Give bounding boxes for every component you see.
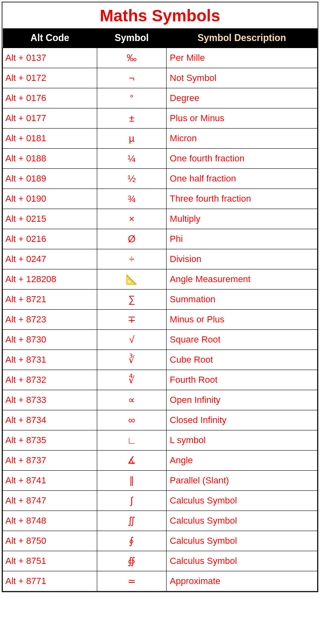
cell-alt-code: Alt + 8734 — [3, 410, 97, 430]
table-row: Alt + 8731∛Cube Root — [3, 350, 318, 370]
cell-symbol: ∮ — [97, 531, 167, 551]
table-row: Alt + 8732∜Fourth Root — [3, 370, 318, 390]
cell-symbol: ∝ — [97, 390, 167, 410]
cell-description: Parallel (Slant) — [166, 471, 317, 491]
cell-alt-code: Alt + 8737 — [3, 451, 97, 471]
cell-alt-code: Alt + 8733 — [3, 390, 97, 410]
page-title: Maths Symbols — [2, 2, 318, 28]
cell-description: Open Infinity — [166, 390, 317, 410]
cell-alt-code: Alt + 0177 — [3, 108, 97, 129]
table-header-row: Alt Code Symbol Symbol Description — [3, 28, 318, 48]
header-symbol: Symbol — [97, 28, 167, 48]
cell-alt-code: Alt + 0190 — [3, 189, 97, 209]
cell-description: Division — [166, 249, 317, 269]
table-row: Alt + 128208📐Angle Measurement — [3, 269, 318, 290]
cell-symbol: ∜ — [97, 370, 167, 390]
cell-description: Per Mille — [166, 48, 317, 68]
cell-description: Approximate — [166, 571, 317, 591]
table-body: Alt + 0137‰Per MilleAlt + 0172¬Not Symbo… — [3, 48, 318, 591]
table-row: Alt + 8737∡Angle — [3, 451, 318, 471]
cell-alt-code: Alt + 0216 — [3, 229, 97, 249]
table-row: Alt + 0137‰Per Mille — [3, 48, 318, 68]
cell-description: One fourth fraction — [166, 149, 317, 169]
table-row: Alt + 8751∯Calculus Symbol — [3, 551, 318, 571]
cell-symbol: ∥ — [97, 471, 167, 491]
cell-description: Multiply — [166, 209, 317, 229]
cell-alt-code: Alt + 8750 — [3, 531, 97, 551]
cell-alt-code: Alt + 0137 — [3, 48, 97, 68]
table-row: Alt + 8748∬Calculus Symbol — [3, 511, 318, 531]
table-row: Alt + 8750∮Calculus Symbol — [3, 531, 318, 551]
cell-description: Cube Root — [166, 350, 317, 370]
cell-symbol: Ø — [97, 229, 167, 249]
cell-description: Calculus Symbol — [166, 551, 317, 571]
cell-alt-code: Alt + 8748 — [3, 511, 97, 531]
cell-symbol: ∯ — [97, 551, 167, 571]
table-row: Alt + 0215×Multiply — [3, 209, 318, 229]
table-row: Alt + 0176°Degree — [3, 88, 318, 108]
table-row: Alt + 0181µMicron — [3, 129, 318, 149]
table-row: Alt + 8735∟L symbol — [3, 430, 318, 451]
cell-alt-code: Alt + 8747 — [3, 491, 97, 511]
cell-description: One half fraction — [166, 169, 317, 189]
cell-alt-code: Alt + 0188 — [3, 149, 97, 169]
header-description: Symbol Description — [166, 28, 317, 48]
cell-description: L symbol — [166, 430, 317, 451]
table-row: Alt + 8741∥Parallel (Slant) — [3, 471, 318, 491]
cell-description: Minus or Plus — [166, 310, 317, 330]
cell-alt-code: Alt + 8751 — [3, 551, 97, 571]
table-row: Alt + 8747∫Calculus Symbol — [3, 491, 318, 511]
cell-alt-code: Alt + 8732 — [3, 370, 97, 390]
cell-alt-code: Alt + 0215 — [3, 209, 97, 229]
cell-symbol: ¾ — [97, 189, 167, 209]
table-row: Alt + 8723∓Minus or Plus — [3, 310, 318, 330]
cell-description: Closed Infinity — [166, 410, 317, 430]
cell-symbol: ÷ — [97, 249, 167, 269]
symbols-table: Alt Code Symbol Symbol Description Alt +… — [2, 28, 318, 591]
cell-description: Micron — [166, 129, 317, 149]
cell-symbol: ≃ — [97, 571, 167, 591]
cell-description: Square Root — [166, 330, 317, 350]
table-row: Alt + 0247÷Division — [3, 249, 318, 269]
cell-symbol: ∡ — [97, 451, 167, 471]
cell-symbol: ∬ — [97, 511, 167, 531]
cell-symbol: ° — [97, 88, 167, 108]
cell-description: Angle — [166, 451, 317, 471]
cell-alt-code: Alt + 0189 — [3, 169, 97, 189]
cell-symbol: ∛ — [97, 350, 167, 370]
cell-symbol: √ — [97, 330, 167, 350]
cell-symbol: ‰ — [97, 48, 167, 68]
cell-alt-code: Alt + 128208 — [3, 269, 97, 290]
cell-symbol: ∑ — [97, 290, 167, 310]
cell-description: Calculus Symbol — [166, 511, 317, 531]
cell-symbol: ∞ — [97, 410, 167, 430]
cell-description: Not Symbol — [166, 68, 317, 88]
table-row: Alt + 0172¬Not Symbol — [3, 68, 318, 88]
cell-alt-code: Alt + 8731 — [3, 350, 97, 370]
cell-description: Degree — [166, 88, 317, 108]
cell-description: Phi — [166, 229, 317, 249]
cell-alt-code: Alt + 0176 — [3, 88, 97, 108]
table-row: Alt + 0190¾Three fourth fraction — [3, 189, 318, 209]
table-row: Alt + 8771≃Approximate — [3, 571, 318, 591]
table-row: Alt + 0189½One half fraction — [3, 169, 318, 189]
cell-description: Fourth Root — [166, 370, 317, 390]
cell-symbol: ∓ — [97, 310, 167, 330]
table-row: Alt + 8730√Square Root — [3, 330, 318, 350]
cell-alt-code: Alt + 8741 — [3, 471, 97, 491]
cell-alt-code: Alt + 8730 — [3, 330, 97, 350]
table-container: Maths Symbols Alt Code Symbol Symbol Des… — [2, 2, 318, 592]
cell-alt-code: Alt + 0172 — [3, 68, 97, 88]
cell-symbol: µ — [97, 129, 167, 149]
cell-symbol: ¼ — [97, 149, 167, 169]
cell-symbol: 📐 — [97, 269, 167, 290]
cell-description: Three fourth fraction — [166, 189, 317, 209]
cell-symbol: × — [97, 209, 167, 229]
cell-description: Plus or Minus — [166, 108, 317, 129]
cell-description: Angle Measurement — [166, 269, 317, 290]
cell-description: Summation — [166, 290, 317, 310]
cell-symbol: ¬ — [97, 68, 167, 88]
cell-alt-code: Alt + 8771 — [3, 571, 97, 591]
cell-symbol: ½ — [97, 169, 167, 189]
header-alt-code: Alt Code — [3, 28, 97, 48]
